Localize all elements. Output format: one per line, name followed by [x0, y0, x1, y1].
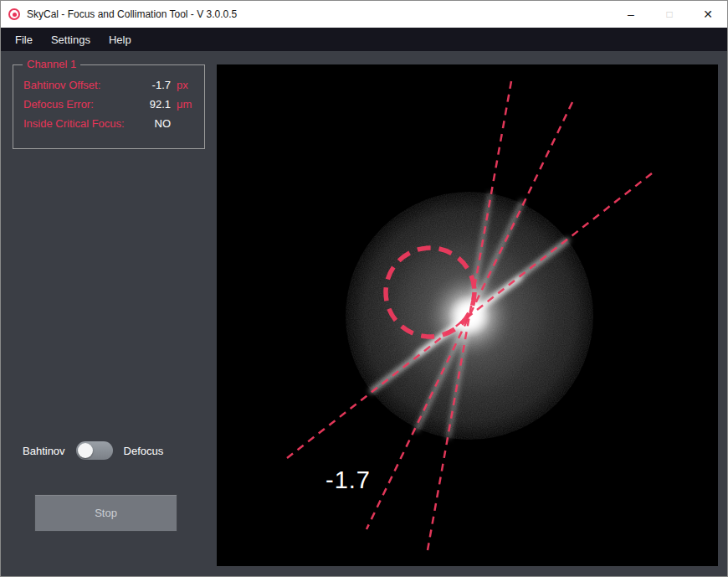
- toggle-knob[interactable]: [78, 443, 93, 458]
- mode-toggle-switch[interactable]: [76, 441, 113, 460]
- inside-critical-focus-value: NO: [137, 117, 171, 130]
- close-button[interactable]: ✕: [689, 1, 727, 28]
- defocus-error-value: 92.1: [137, 98, 171, 111]
- stop-button[interactable]: Stop: [34, 494, 177, 532]
- defocus-error-label: Defocus Error:: [23, 98, 137, 111]
- bahtinov-mode-label: Bahtinov: [23, 445, 65, 457]
- bahtinov-offset-row: Bahtinov Offset: -1.7 px: [23, 79, 196, 91]
- window-title: SkyCal - Focus and Collimation Tool - V …: [27, 8, 237, 20]
- app-target-icon: [8, 8, 20, 20]
- star-image: [217, 64, 718, 566]
- star-image-view: -1.7: [217, 64, 718, 566]
- menu-item-file[interactable]: File: [6, 29, 42, 50]
- menu-item-help[interactable]: Help: [100, 29, 141, 50]
- minimize-button[interactable]: –: [612, 1, 650, 28]
- maximize-button[interactable]: □: [650, 1, 689, 28]
- menu-item-settings[interactable]: Settings: [42, 29, 100, 50]
- bahtinov-offset-label: Bahtinov Offset:: [23, 79, 137, 91]
- titlebar: SkyCal - Focus and Collimation Tool - V …: [1, 1, 727, 28]
- bahtinov-offset-value: -1.7: [137, 79, 171, 91]
- app-window: SkyCal - Focus and Collimation Tool - V …: [0, 0, 728, 577]
- inside-critical-focus-row: Inside Critical Focus: NO: [23, 117, 196, 130]
- menubar: File Settings Help: [1, 28, 727, 51]
- inside-critical-focus-label: Inside Critical Focus:: [23, 117, 137, 130]
- mode-toggle-row: Bahtinov Defocus: [23, 441, 163, 460]
- client-area: Channel 1 Bahtinov Offset: -1.7 px Defoc…: [1, 51, 727, 576]
- defocus-mode-label: Defocus: [124, 445, 164, 457]
- channel-readouts: Bahtinov Offset: -1.7 px Defocus Error: …: [13, 65, 204, 130]
- channel-groupbox: Channel 1 Bahtinov Offset: -1.7 px Defoc…: [13, 64, 205, 149]
- defocus-error-unit: μm: [171, 98, 196, 111]
- defocus-error-row: Defocus Error: 92.1 μm: [23, 98, 196, 111]
- window-controls: – □ ✕: [612, 1, 727, 28]
- bahtinov-offset-unit: px: [171, 79, 196, 91]
- offset-value-overlay: -1.7: [326, 466, 371, 494]
- channel-groupbox-title: Channel 1: [23, 58, 80, 70]
